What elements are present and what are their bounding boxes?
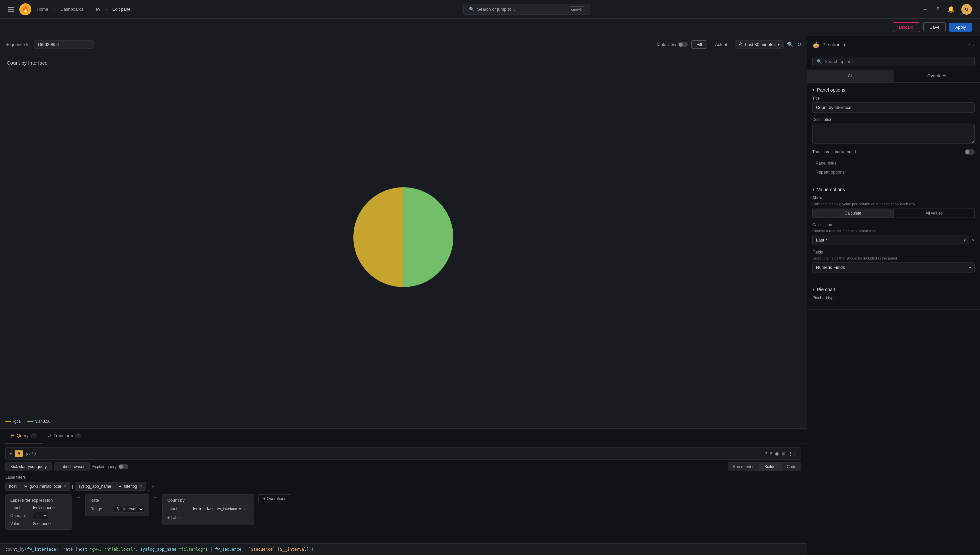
apply-button[interactable]: Apply (949, 22, 972, 32)
filter-host-remove[interactable]: × (64, 484, 66, 489)
fill-button[interactable]: Fill (691, 40, 707, 49)
rate-range-label: Range (90, 507, 110, 512)
all-values-button[interactable]: All values (894, 209, 975, 218)
panel-options-header[interactable]: ▾ Panel options (812, 87, 975, 93)
query-collapse-icon[interactable]: ▾ (10, 451, 12, 456)
panel-options-arrow: ▾ (812, 88, 815, 92)
query-tab-label: Query (17, 433, 28, 438)
tab-overrides[interactable]: Overrides (894, 70, 980, 82)
help-icon[interactable]: ？ (935, 5, 941, 13)
fields-select[interactable]: Numeric Fields (812, 262, 975, 273)
panel-description-textarea[interactable] (812, 124, 975, 144)
notifications-icon[interactable]: 🔔 (947, 6, 955, 13)
fields-label: Fields (812, 250, 975, 255)
query-action-row: Kick start your query Label browser Expl… (5, 462, 801, 471)
explain-query-toggle[interactable] (118, 464, 129, 469)
calculation-clear[interactable]: × (972, 237, 975, 243)
add-label-button[interactable]: + Label (167, 514, 181, 521)
filter-syslog-val: filterlog (124, 484, 137, 489)
hamburger-menu[interactable] (8, 7, 14, 12)
qs-interval: $__interval (280, 547, 306, 552)
refresh-icon[interactable]: ↻ (797, 41, 801, 48)
save-button[interactable]: Save (923, 22, 946, 32)
rate-box: Rate Range $__interval (85, 494, 149, 517)
panel-title-label: Title (812, 96, 975, 101)
tab-transform[interactable]: ⇄ Transform 0 (43, 429, 87, 443)
filter-chip-host: host =!= gw-3.rhmlab.local × (5, 482, 70, 491)
builder-button[interactable]: Builder (759, 462, 782, 471)
count-by-remove[interactable]: × (244, 506, 246, 511)
rate-range-select[interactable]: $__interval (113, 505, 144, 513)
table-view-label: Table view (656, 42, 688, 47)
main-layout: Sequence Id Table view Fill Actual ⏱ Las… (0, 36, 980, 555)
pie-type-label: Piechart type (812, 295, 975, 300)
calc-buttons: Calculate All values (812, 209, 975, 218)
nav-sep1: › (54, 6, 55, 12)
query-help-icon[interactable]: ? (765, 451, 767, 456)
search-placeholder: Search or jump to... (477, 6, 566, 12)
query-delete-icon[interactable]: 🗑 (781, 451, 786, 456)
search-options-input-wrap[interactable]: 🔍 (812, 57, 975, 66)
filter-host-op-select[interactable]: =!= (18, 484, 28, 489)
calculation-label: Calculation (812, 223, 975, 227)
panel-docs-icon[interactable]: ‹ (969, 42, 970, 47)
calculation-select[interactable]: Last * (812, 235, 969, 245)
panel-links-link[interactable]: › Panel links (812, 159, 975, 167)
zoom-out-icon[interactable]: 🔍 (787, 41, 794, 48)
panel-options-section: ▾ Panel options Title Description Transp… (807, 83, 980, 182)
legend-igc1: igc1 (5, 419, 21, 424)
kick-start-button[interactable]: Kick start your query (5, 462, 51, 471)
qs-host-val: gw-3.rhmlab.local (92, 547, 133, 552)
panel-type-chevron[interactable]: ▾ (843, 42, 846, 47)
add-icon[interactable]: ＋ (922, 5, 928, 13)
repeat-options-arrow: › (812, 170, 814, 174)
nav-fw[interactable]: fw (96, 6, 100, 12)
time-range-picker[interactable]: ⏱ Last 30 minutes ▾ (735, 40, 784, 49)
run-queries-button[interactable]: Run queries (728, 462, 759, 471)
lfe-op-select[interactable]: =!= (33, 512, 48, 519)
legend-vlan050-label: vlan0.50 (35, 419, 50, 424)
search-options-section: 🔍 (807, 53, 980, 70)
transparent-bg-toggle-row: Transparent background (812, 149, 975, 155)
actual-button[interactable]: Actual (710, 41, 732, 48)
count-by-label-row: Label fw_interface fw_interface × (167, 505, 249, 512)
transparent-bg-toggle[interactable] (965, 149, 975, 155)
panel-expand-icon[interactable]: › (974, 42, 975, 47)
chart-legend: igc1 vlan0.50 (5, 418, 50, 425)
label-browser-button[interactable]: Label browser (54, 462, 89, 471)
pie-chart-options-header[interactable]: ▾ Pie chart (812, 287, 975, 292)
table-view-toggle[interactable] (678, 42, 688, 47)
sequence-id-input[interactable] (34, 40, 94, 49)
value-options-header[interactable]: ▾ Value options (812, 187, 975, 192)
arrow-right-1: → (76, 494, 81, 500)
label-filter-expr-box: Label filter expression Label fw_sequenc… (5, 494, 72, 530)
panel-title-input[interactable] (812, 102, 975, 112)
topbar-left: 🔥 Home › Dashboards › fw › Edit panel (8, 3, 132, 15)
global-search[interactable]: 🔍 Search or jump to... cmd+k (463, 4, 590, 14)
query-copy-icon[interactable]: ⎘ (770, 451, 772, 456)
add-filter-button[interactable]: + (148, 482, 157, 491)
discard-button[interactable]: Discard (893, 22, 920, 32)
query-more-icon[interactable]: ⋮⋮ (788, 451, 797, 456)
qs-host-key: host (78, 547, 87, 552)
nav-home[interactable]: Home (37, 6, 48, 12)
repeat-options-link[interactable]: › Repeat options (812, 168, 975, 176)
chart-area: Count by Interface igc1 vlan0.50 (0, 53, 806, 428)
query-tab-badge: 1 (31, 433, 37, 438)
panel-links-label: Panel links (816, 160, 837, 165)
tab-query[interactable]: ☰ Query 1 (5, 429, 43, 443)
query-hide-icon[interactable]: ◉ (775, 451, 779, 456)
user-avatar[interactable]: G (961, 4, 972, 14)
sequence-bar: Sequence Id Table view Fill Actual ⏱ Las… (0, 36, 806, 53)
code-button[interactable]: Code (782, 462, 801, 471)
filter-syslog-remove[interactable]: × (140, 484, 142, 489)
add-operations-button[interactable]: + Operations (258, 494, 291, 503)
count-by-val-select[interactable]: fw_interface (216, 506, 243, 511)
filter-row: host =!= gw-3.rhmlab.local × | syslog_ap… (5, 482, 801, 491)
count-by-title: Count by (167, 498, 249, 503)
nav-dashboards[interactable]: Dashboards (60, 6, 84, 12)
calculate-button[interactable]: Calculate (812, 209, 894, 218)
tab-all[interactable]: All (807, 70, 894, 82)
search-options-input[interactable] (825, 59, 970, 64)
filter-syslog-op-select[interactable]: =!= (112, 484, 123, 489)
